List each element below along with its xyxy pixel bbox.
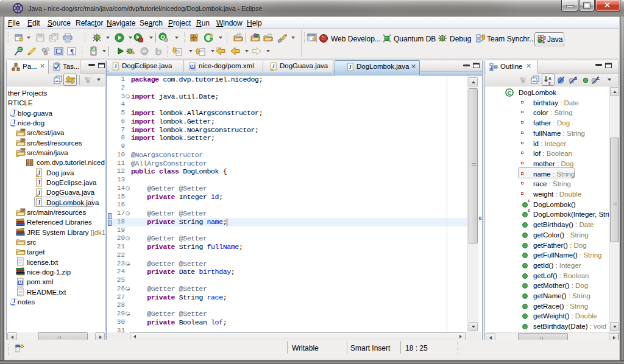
- svg-text:J: J: [13, 109, 16, 116]
- svg-text:J: J: [543, 35, 546, 41]
- svg-text:J: J: [38, 179, 41, 186]
- svg-text:C: C: [18, 47, 22, 52]
- svg-text:C: C: [508, 89, 512, 96]
- svg-text:J: J: [38, 199, 41, 206]
- svg-text:M: M: [19, 281, 23, 285]
- svg-text:J: J: [13, 298, 16, 304]
- svg-text:J: J: [38, 169, 41, 176]
- svg-text:J: J: [114, 63, 117, 69]
- svg-text:¶: ¶: [70, 47, 74, 55]
- svg-text:M: M: [191, 65, 194, 69]
- svg-text:J: J: [272, 63, 275, 69]
- svg-text:J: J: [38, 189, 41, 196]
- svg-text:z: z: [548, 80, 551, 85]
- svg-text:J: J: [349, 64, 352, 70]
- svg-text:J: J: [13, 119, 16, 125]
